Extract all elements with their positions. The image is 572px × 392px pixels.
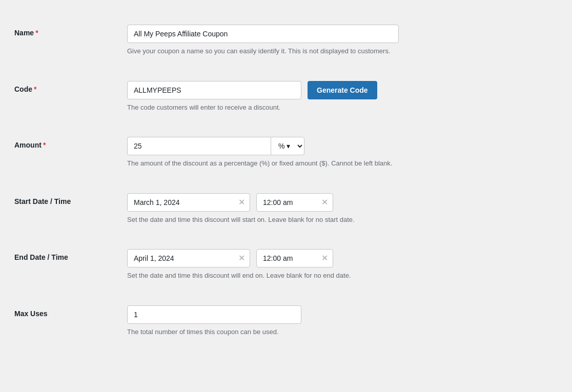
- max-uses-row: Max Uses The total number of times this …: [14, 293, 558, 349]
- amount-label: Amount*: [14, 137, 127, 149]
- code-label: Code*: [14, 81, 127, 93]
- end-date-input[interactable]: [127, 249, 250, 267]
- start-date-row: Start Date / Time ✕ ✕ Set the date and t…: [14, 181, 558, 237]
- max-uses-help-text: The total number of times this coupon ca…: [127, 327, 512, 337]
- amount-help-text: The amount of the discount as a percenta…: [127, 158, 512, 169]
- start-time-clear-button[interactable]: ✕: [321, 198, 328, 207]
- end-time-wrapper: ✕: [256, 249, 333, 267]
- start-date-field: ✕ ✕ Set the date and time this discount …: [127, 193, 558, 225]
- end-date-row: End Date / Time ✕ ✕ Set the date and tim…: [14, 237, 558, 293]
- generate-code-button[interactable]: Generate Code: [308, 81, 377, 99]
- name-help-text: Give your coupon a name so you can easil…: [127, 46, 512, 56]
- max-uses-label: Max Uses: [14, 305, 127, 318]
- name-label: Name*: [14, 25, 127, 37]
- end-datetime-row: ✕ ✕: [127, 249, 558, 267]
- code-row: Code* Generate Code The code customers w…: [14, 69, 558, 125]
- amount-unit-select[interactable]: % ▾ $: [271, 137, 304, 155]
- end-date-label: End Date / Time: [14, 249, 127, 261]
- amount-input-row: % ▾ $: [127, 137, 558, 155]
- end-date-field: ✕ ✕ Set the date and time this discount …: [127, 249, 558, 281]
- name-row: Name* Give your coupon a name so you can…: [14, 12, 558, 69]
- start-date-input[interactable]: [127, 193, 250, 212]
- end-date-wrapper: ✕: [127, 249, 250, 267]
- end-date-help-text: Set the date and time this discount will…: [127, 271, 512, 281]
- max-uses-input[interactable]: [127, 305, 301, 324]
- amount-field: % ▾ $ The amount of the discount as a pe…: [127, 137, 558, 169]
- code-field: Generate Code The code customers will en…: [127, 81, 558, 113]
- start-date-label: Start Date / Time: [14, 193, 127, 205]
- max-uses-field: The total number of times this coupon ca…: [127, 305, 558, 337]
- amount-input[interactable]: [127, 137, 271, 155]
- name-required-star: *: [35, 29, 38, 37]
- start-date-clear-button[interactable]: ✕: [238, 198, 245, 207]
- coupon-form: Name* Give your coupon a name so you can…: [14, 12, 558, 349]
- code-required-star: *: [34, 85, 36, 93]
- amount-row: Amount* % ▾ $ The amount of the discount…: [14, 125, 558, 181]
- amount-required-star: *: [43, 141, 46, 149]
- start-datetime-row: ✕ ✕: [127, 193, 558, 212]
- code-help-text: The code customers will enter to receive…: [127, 102, 512, 113]
- name-input[interactable]: [127, 25, 399, 43]
- end-date-clear-button[interactable]: ✕: [238, 254, 245, 262]
- name-field: Give your coupon a name so you can easil…: [127, 25, 558, 56]
- start-date-help-text: Set the date and time this discount will…: [127, 215, 512, 225]
- start-time-wrapper: ✕: [256, 193, 333, 212]
- end-time-clear-button[interactable]: ✕: [321, 254, 328, 262]
- start-date-wrapper: ✕: [127, 193, 250, 212]
- code-input[interactable]: [127, 81, 301, 99]
- code-input-row: Generate Code: [127, 81, 558, 99]
